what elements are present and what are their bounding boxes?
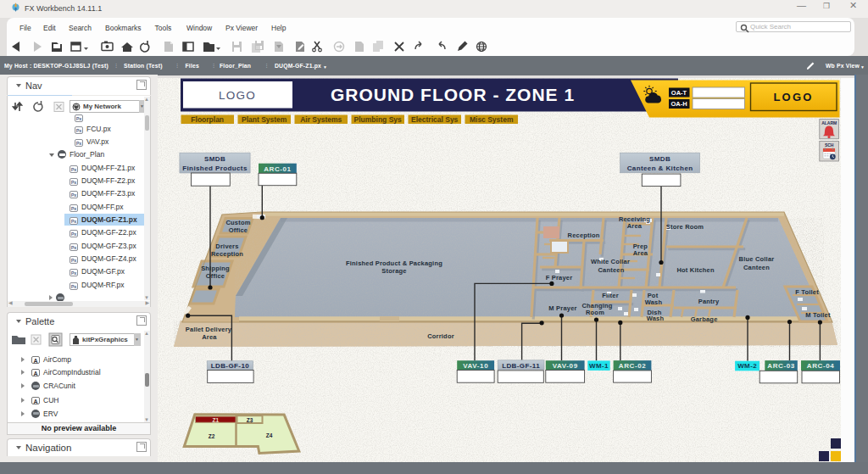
svg-text:ARC-03: ARC-03 <box>767 362 795 370</box>
svg-text:Z1: Z1 <box>213 417 220 423</box>
svg-text:Drivers: Drivers <box>215 243 238 250</box>
svg-text:Custom: Custom <box>225 219 250 226</box>
svg-text:Garbage: Garbage <box>691 315 718 323</box>
svg-text:OA-T: OA-T <box>671 89 687 97</box>
svg-text:F Prayer: F Prayer <box>546 274 573 282</box>
svg-text:F Toilet: F Toilet <box>795 288 819 296</box>
svg-text:Plumbing Sys: Plumbing Sys <box>354 115 402 124</box>
svg-text:Reception: Reception <box>211 250 243 258</box>
svg-text:OA-H: OA-H <box>670 100 687 108</box>
svg-text:Blue Collar: Blue Collar <box>739 255 775 263</box>
svg-text:Corridor: Corridor <box>427 332 454 340</box>
svg-text:Wash: Wash <box>645 298 663 306</box>
svg-text:ARC-04: ARC-04 <box>807 362 835 370</box>
svg-text:VAV-10: VAV-10 <box>463 362 488 370</box>
svg-text:Store Room: Store Room <box>666 223 704 231</box>
svg-text:LDB-GF-11: LDB-GF-11 <box>502 362 540 370</box>
svg-text:WM-2: WM-2 <box>737 362 757 370</box>
svg-text:VAV-09: VAV-09 <box>553 362 578 370</box>
svg-text:Filter: Filter <box>602 292 619 299</box>
svg-text:M Toilet: M Toilet <box>805 311 831 319</box>
svg-text:Z3: Z3 <box>247 417 253 423</box>
svg-text:Canteen: Canteen <box>598 266 625 274</box>
svg-text:Pallet Delivery: Pallet Delivery <box>186 326 232 333</box>
svg-text:Area: Area <box>633 249 648 257</box>
svg-text:Misc System: Misc System <box>470 115 514 124</box>
svg-text:Finished Products: Finished Products <box>182 165 248 172</box>
svg-text:White Collar: White Collar <box>591 258 630 265</box>
svg-text:Finished Product & Packaging: Finished Product & Packaging <box>346 259 442 267</box>
svg-text:SMDB: SMDB <box>204 155 225 163</box>
svg-text:Office: Office <box>229 226 248 234</box>
svg-text:SMDB: SMDB <box>649 155 670 163</box>
svg-text:GROUND FLOOR - ZONE 1: GROUND FLOOR - ZONE 1 <box>331 85 575 104</box>
svg-text:Wash: Wash <box>647 315 665 322</box>
svg-text:Hot Kitchen: Hot Kitchen <box>676 266 715 274</box>
svg-text:Canteen: Canteen <box>743 264 770 271</box>
svg-text:Floorplan: Floorplan <box>191 115 224 124</box>
svg-text:Canteen & Kitchen: Canteen & Kitchen <box>627 165 693 172</box>
svg-text:Shipping: Shipping <box>201 265 230 272</box>
svg-text:ARC-02: ARC-02 <box>619 362 647 370</box>
svg-text:Area: Area <box>202 333 217 341</box>
svg-text:Office: Office <box>206 272 225 280</box>
svg-text:Storage: Storage <box>381 267 406 275</box>
svg-text:ARC-01: ARC-01 <box>264 165 292 173</box>
svg-text:Area: Area <box>627 222 643 230</box>
svg-text:WM-1: WM-1 <box>589 362 609 370</box>
svg-text:Z2: Z2 <box>209 433 215 439</box>
svg-text:Z4: Z4 <box>266 432 273 438</box>
svg-text:Plant System: Plant System <box>242 115 287 124</box>
svg-text:SCH: SCH <box>825 142 834 148</box>
svg-text:Electrical Sys: Electrical Sys <box>411 115 459 124</box>
svg-text:LDB-GF-10: LDB-GF-10 <box>211 362 250 370</box>
svg-text:Pantry: Pantry <box>698 298 720 305</box>
svg-text:LOGO: LOGO <box>219 89 256 102</box>
svg-text:M Prayer: M Prayer <box>548 304 576 312</box>
svg-text:ALARM: ALARM <box>821 120 837 125</box>
svg-text:Reception: Reception <box>568 231 600 239</box>
svg-text:Air Systems: Air Systems <box>300 115 342 124</box>
svg-text:LOGO: LOGO <box>773 91 813 103</box>
svg-text:Room: Room <box>586 309 604 316</box>
